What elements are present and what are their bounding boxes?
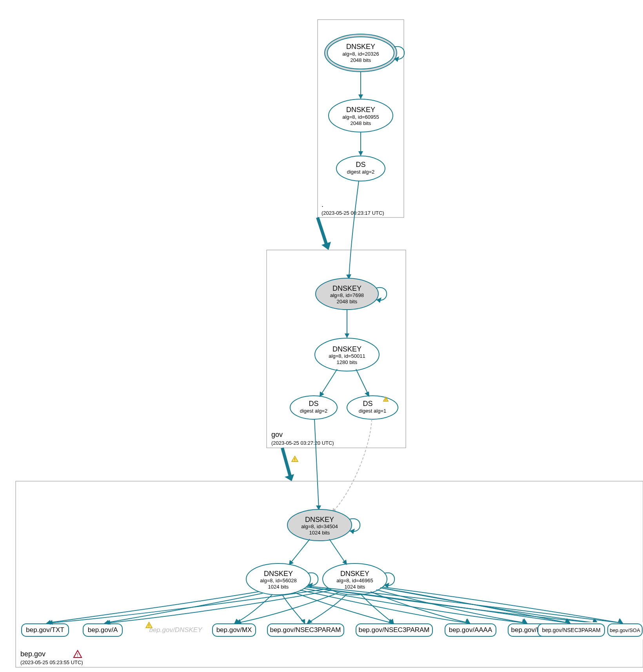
zone-gov-label: gov [271, 431, 283, 438]
svg-text:DNSKEY: DNSKEY [340, 570, 369, 578]
svg-text:DNSKEY: DNSKEY [346, 106, 375, 114]
error-icon: ! [74, 650, 82, 658]
svg-text:digest alg=1: digest alg=1 [359, 408, 386, 414]
svg-text:1024 bits: 1024 bits [345, 584, 365, 590]
rr-soa-final: bep.gov/SOA [608, 624, 642, 636]
svg-text:alg=8, id=34504: alg=8, id=34504 [301, 523, 338, 529]
svg-text:bep.gov/TXT: bep.gov/TXT [26, 626, 64, 634]
rr-dnskey-warn: ! bep.gov/DNSKEY [146, 622, 203, 634]
svg-text:alg=8, id=56028: alg=8, id=56028 [260, 578, 296, 583]
svg-text:alg=8, id=50011: alg=8, id=50011 [329, 353, 365, 359]
svg-text:2048 bits: 2048 bits [351, 57, 371, 63]
rr-nsec3-a: bep.gov/NSEC3PARAM [267, 624, 344, 636]
svg-text:alg=8, id=46965: alg=8, id=46965 [336, 578, 373, 583]
svg-text:alg=8, id=20326: alg=8, id=20326 [342, 51, 379, 57]
svg-marker-26 [345, 333, 349, 338]
rr-nsec3-b: bep.gov/NSEC3PARAM [356, 624, 432, 636]
zone-root-label: . [322, 201, 323, 208]
svg-text:digest alg=2: digest alg=2 [300, 408, 327, 414]
node-gov-ds1: DS digest alg=2 [290, 396, 337, 419]
node-root-ds: DS digest alg=2 [336, 156, 385, 181]
node-gov-ksk: DNSKEY alg=8, id=7698 2048 bits [316, 278, 378, 310]
node-bep-ksk: DNSKEY alg=8, id=34504 1024 bits [287, 509, 352, 541]
rr-a: bep.gov/A [83, 624, 122, 636]
svg-text:DNSKEY: DNSKEY [305, 516, 334, 523]
svg-text:!: ! [77, 652, 78, 658]
svg-text:DS: DS [363, 400, 372, 408]
zone-gov-time: (2023-05-25 03:27:20 UTC) [271, 440, 334, 446]
node-gov-ds2: DS digest alg=1 ! [347, 396, 398, 419]
svg-text:alg=8, id=60955: alg=8, id=60955 [342, 114, 379, 120]
svg-text:bep.gov/A: bep.gov/A [88, 626, 118, 634]
svg-text:2048 bits: 2048 bits [337, 299, 358, 304]
svg-text:bep.gov/NSEC3PARAM: bep.gov/NSEC3PARAM [270, 626, 341, 634]
svg-text:!: ! [294, 458, 296, 462]
svg-text:bep.gov/NSEC3PARAM: bep.gov/NSEC3PARAM [542, 627, 600, 633]
svg-text:2048 bits: 2048 bits [351, 120, 371, 126]
svg-marker-59 [289, 560, 294, 565]
rr-mx: bep.gov/MX [213, 624, 256, 636]
svg-text:bep.gov/AAAA: bep.gov/AAAA [449, 626, 492, 634]
node-root-zsk: DNSKEY alg=8, id=60955 2048 bits [329, 99, 393, 132]
zone-root-time: (2023-05-25 00:23:17 UTC) [322, 210, 384, 216]
svg-point-27 [290, 396, 337, 419]
svg-text:1024 bits: 1024 bits [268, 584, 289, 590]
svg-text:DS: DS [356, 161, 365, 168]
svg-point-11 [336, 156, 385, 181]
svg-text:bep.gov/MX: bep.gov/MX [216, 626, 252, 634]
zone-bep-time: (2023-05-25 05:23:55 UTC) [20, 659, 83, 665]
svg-text:1280 bits: 1280 bits [337, 359, 358, 365]
svg-text:!: ! [385, 398, 387, 402]
svg-text:bep.gov/DNSKEY: bep.gov/DNSKEY [149, 626, 203, 634]
svg-marker-10 [358, 94, 363, 99]
svg-point-31 [347, 396, 398, 419]
svg-text:DNSKEY: DNSKEY [332, 284, 361, 292]
svg-text:bep.gov/SOA: bep.gov/SOA [610, 627, 640, 633]
dnssec-graph: . (2023-05-25 00:23:17 UTC) DNSKEY alg=8… [8, 8, 643, 672]
svg-text:DNSKEY: DNSKEY [346, 43, 375, 51]
rr-aaaa: bep.gov/AAAA [445, 624, 496, 636]
svg-text:1024 bits: 1024 bits [309, 530, 330, 536]
warning-icon: ! [292, 456, 298, 462]
rr-txt: bep.gov/TXT [22, 624, 69, 636]
node-gov-zsk: DNSKEY alg=8, id=50011 1280 bits [315, 338, 379, 371]
svg-text:digest alg=2: digest alg=2 [347, 169, 374, 175]
svg-text:DNSKEY: DNSKEY [332, 345, 361, 353]
rr-nsec3-c-final: bep.gov/NSEC3PARAM [538, 624, 605, 636]
zone-bep-label: bep.gov [20, 650, 45, 658]
svg-marker-14 [358, 151, 363, 156]
node-root-ksk: DNSKEY alg=8, id=20326 2048 bits [325, 34, 397, 72]
svg-text:DNSKEY: DNSKEY [264, 570, 293, 578]
svg-text:DS: DS [309, 400, 318, 408]
svg-text:bep.gov/NSEC3PARAM: bep.gov/NSEC3PARAM [358, 626, 429, 634]
svg-text:alg=8, id=7698: alg=8, id=7698 [330, 292, 364, 298]
